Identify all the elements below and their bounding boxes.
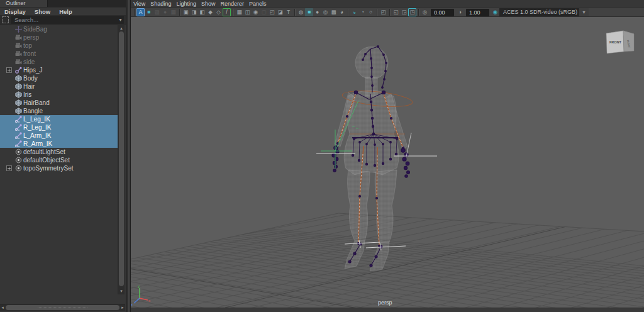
isolate-select-icon[interactable]: ◰ xyxy=(379,8,387,16)
outliner-list: SideBagpersptopfrontsideHips_JBodyHairIr… xyxy=(0,25,118,294)
grease-pencil-icon[interactable]: ◇ xyxy=(214,8,223,16)
outliner-item-defaultObjectSet[interactable]: defaultObjectSet xyxy=(0,156,118,164)
panel-separator[interactable] xyxy=(126,0,131,312)
mesh-icon xyxy=(15,99,22,106)
outliner-item-top[interactable]: top xyxy=(0,42,118,50)
outliner-item-label: SideBag xyxy=(23,25,47,33)
mesh-icon xyxy=(15,108,22,114)
outliner-horizontal-scrollbar[interactable]: ◄ ► xyxy=(0,304,125,311)
paint-select-icon[interactable]: ▨ xyxy=(153,8,161,16)
gamma-field[interactable]: 1.00 xyxy=(466,9,489,16)
viewport-menu-show[interactable]: Show xyxy=(199,0,218,8)
snap-icon[interactable]: / xyxy=(223,8,231,16)
outliner-item-side[interactable]: side xyxy=(0,58,118,66)
outliner-item-SideBag[interactable]: SideBag xyxy=(0,25,118,33)
safe-title-icon[interactable]: T xyxy=(284,8,292,16)
safe-action-icon[interactable]: ◪ xyxy=(276,8,284,16)
viewport-menu-view[interactable]: View xyxy=(131,0,148,8)
toolbar-separator xyxy=(348,9,348,16)
camera-select-icon[interactable]: ◧ xyxy=(198,8,206,16)
shaded-icon[interactable]: ■ xyxy=(305,8,313,16)
xray-icon[interactable]: ◒ xyxy=(350,8,358,16)
outliner-item-label: Hips_J xyxy=(23,66,43,74)
mesh-icon xyxy=(15,83,22,90)
scroll-up-icon[interactable]: ▲ xyxy=(118,26,125,31)
viewport-menu-lighting[interactable]: Lighting xyxy=(174,0,199,8)
vertical-scroll-thumb[interactable] xyxy=(119,31,124,286)
outliner-menu-show[interactable]: Show xyxy=(30,8,55,15)
outliner-menu-help[interactable]: Help xyxy=(55,8,77,15)
search-input[interactable]: Search... xyxy=(11,16,124,24)
wireframe-icon[interactable]: ◍ xyxy=(297,8,305,16)
select-box-icon[interactable]: ▦ xyxy=(169,8,177,16)
outliner-item-Iris[interactable]: Iris xyxy=(0,91,118,99)
outliner-item-L_Leg_IK[interactable]: L_Leg_IK xyxy=(0,115,118,123)
outliner-item-Bangle[interactable]: Bangle xyxy=(0,107,118,115)
search-dropdown-icon[interactable]: ▼ xyxy=(118,17,123,23)
resolution-gate-icon[interactable]: ◉ xyxy=(252,8,260,16)
select-highlight-icon[interactable]: A xyxy=(136,8,145,16)
gamma-icon[interactable]: ◑ xyxy=(456,8,464,16)
toolbar-separator xyxy=(233,9,233,16)
exposure-icon[interactable]: ◎ xyxy=(421,8,429,16)
axis-y-label: y xyxy=(138,284,140,288)
scroll-down-icon[interactable]: ▼ xyxy=(118,289,125,294)
exposure-field[interactable]: 0.00 xyxy=(431,9,454,16)
viewport-menu-panels[interactable]: Panels xyxy=(247,0,269,8)
use-all-lights-icon[interactable]: ◎ xyxy=(321,8,330,16)
view-cube[interactable]: FRONT RIGHT xyxy=(606,31,634,53)
snapshot-icon[interactable]: ◱ xyxy=(392,8,400,16)
colorspace-dropdown[interactable]: ACES 1.0 SDR-video (sRGB) xyxy=(499,8,579,16)
scroll-left-icon[interactable]: ◄ xyxy=(0,305,5,311)
grid-icon[interactable]: ▦ xyxy=(235,8,243,16)
snapshot-lock-icon[interactable]: ◲ xyxy=(400,8,408,16)
filter-icon[interactable] xyxy=(2,16,9,23)
outliner-item-label: Body xyxy=(23,74,38,82)
outliner-item-Hair[interactable]: Hair xyxy=(0,82,118,91)
viewport-menu-renderer[interactable]: Renderer xyxy=(218,0,247,8)
outliner-item-front[interactable]: front xyxy=(0,50,118,58)
bookmark-icon[interactable]: ◆ xyxy=(206,8,214,16)
expand-icon[interactable] xyxy=(6,67,12,73)
gate-mask-icon[interactable]: ▢ xyxy=(260,8,268,16)
textured-icon[interactable]: ● xyxy=(313,8,321,16)
field-chart-icon[interactable]: ◰ xyxy=(268,8,276,16)
scroll-thumb-grip xyxy=(38,308,88,308)
outliner-item-defaultLightSet[interactable]: defaultLightSet xyxy=(0,148,118,156)
outliner-vertical-scrollbar[interactable]: ▲ ▼ xyxy=(118,25,125,294)
outliner-item-Body[interactable]: Body xyxy=(0,74,118,82)
outliner-item-L_Arm_IK[interactable]: L_Arm_IK xyxy=(0,131,118,140)
outliner-item-label: defaultObjectSet xyxy=(23,156,70,164)
outliner-item-label: side xyxy=(23,58,35,66)
camera-attributes-icon[interactable]: ◨ xyxy=(190,8,198,16)
viewport-3d-scene[interactable]: y x z FRONT RIGHT persp xyxy=(131,17,644,308)
outliner-item-R_Leg_IK[interactable]: R_Leg_IK xyxy=(0,123,118,131)
viewport-menu-shading[interactable]: Shading xyxy=(148,0,174,8)
outliner-item-Hips_J[interactable]: Hips_J xyxy=(0,66,118,74)
color-management-icon[interactable]: ◉ xyxy=(491,8,499,16)
outliner-item-HairBand[interactable]: HairBand xyxy=(0,99,118,107)
expand-icon[interactable] xyxy=(6,165,12,171)
outliner-menu-display[interactable]: Display xyxy=(0,8,30,15)
toolbar-separator xyxy=(377,9,377,16)
outliner-item-topoSymmetrySet[interactable]: topoSymmetrySet xyxy=(0,164,118,172)
mesh-icon xyxy=(15,75,22,82)
lasso-select-icon[interactable]: ■ xyxy=(145,8,153,16)
camera-icon[interactable]: ▣ xyxy=(182,8,190,16)
axis-x-label: x xyxy=(148,299,150,303)
circle-icon[interactable]: ○ xyxy=(367,8,375,16)
ambient-occlusion-icon[interactable]: ◕ xyxy=(338,8,346,16)
xray-joints-icon[interactable]: ◔ xyxy=(358,8,367,16)
maya-window: Outliner DisplayShowHelp Search... ▼ Sid… xyxy=(0,0,644,312)
scroll-right-icon[interactable]: ► xyxy=(120,305,125,311)
select-circle-icon[interactable]: ● xyxy=(161,8,169,16)
colorspace-dropdown-arrow[interactable]: ▼ xyxy=(579,8,589,16)
checker-icon[interactable]: ▩ xyxy=(330,8,338,16)
outliner-item-R_Arm_IK[interactable]: R_Arm_IK xyxy=(0,140,118,148)
outliner-item-label: topoSymmetrySet xyxy=(23,164,73,172)
horizontal-scroll-thumb[interactable] xyxy=(6,305,119,310)
isolate-view-icon[interactable]: ◳ xyxy=(408,8,416,16)
outliner-item-persp[interactable]: persp xyxy=(0,33,118,42)
outliner-tab[interactable]: Outliner xyxy=(0,0,48,7)
film-gate-icon[interactable]: ◫ xyxy=(243,8,252,16)
